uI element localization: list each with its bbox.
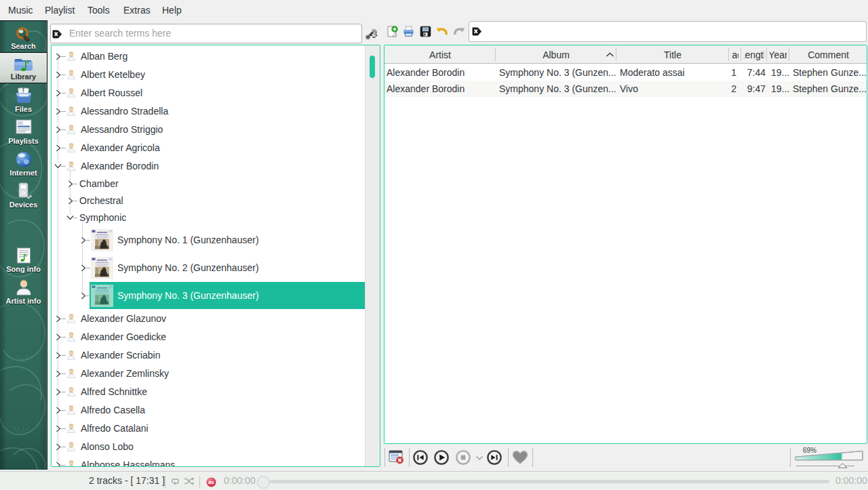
svg-text:as: as: [208, 479, 214, 485]
